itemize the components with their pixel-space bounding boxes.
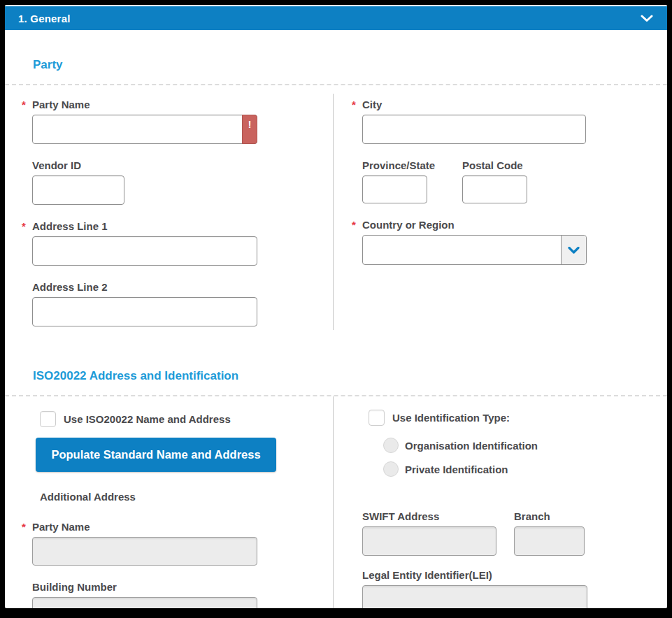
vendor-id-label-row: Vendor ID bbox=[32, 159, 333, 173]
branch-input bbox=[514, 526, 585, 556]
error-exclamation: ! bbox=[248, 119, 252, 130]
party-right-column: *City Province/State Postal Code *Countr… bbox=[333, 94, 667, 330]
field-province-state: Province/State bbox=[362, 159, 427, 203]
use-identification-checkbox-label: Use Identification Type: bbox=[392, 412, 510, 424]
iso-left-column: Use ISO20022 Name and Address Populate S… bbox=[5, 396, 333, 608]
swift-branch-row: SWIFT Address Branch bbox=[362, 510, 667, 556]
field-vendor-id: Vendor ID bbox=[32, 159, 333, 205]
private-identification-radio-label: Private Identification bbox=[405, 464, 508, 475]
country-label-row: *Country or Region bbox=[362, 218, 667, 232]
party-columns: *Party Name ! Vendor ID *Address Line 1 … bbox=[5, 85, 667, 341]
additional-address-heading: Additional Address bbox=[40, 491, 333, 503]
field-address-line-2: Address Line 2 bbox=[32, 280, 333, 326]
use-identification-checkbox[interactable] bbox=[369, 410, 385, 426]
use-iso-checkbox-row: Use ISO20022 Name and Address bbox=[40, 410, 333, 427]
address-line-2-label: Address Line 2 bbox=[32, 281, 108, 293]
party-name-input[interactable] bbox=[32, 115, 257, 144]
city-label-row: *City bbox=[362, 98, 667, 112]
building-number-label-row: Building Number bbox=[32, 580, 333, 594]
error-indicator-icon: ! bbox=[242, 115, 257, 144]
field-party-name: *Party Name ! bbox=[32, 98, 333, 144]
lei-input bbox=[362, 585, 587, 608]
province-state-label: Province/State bbox=[362, 159, 435, 171]
lei-label-row: Legal Entity Identifier(LEI) bbox=[362, 568, 667, 582]
radio-button-icon bbox=[383, 461, 399, 477]
field-building-number: Building Number bbox=[32, 580, 333, 608]
swift-address-label-row: SWIFT Address bbox=[362, 510, 496, 524]
section-header-general[interactable]: 1. General bbox=[5, 6, 667, 30]
field-swift-address: SWIFT Address bbox=[362, 510, 496, 556]
section-title: 1. General bbox=[18, 13, 71, 24]
iso-section-head: ISO20022 Address and Identification bbox=[5, 341, 667, 383]
country-label: Country or Region bbox=[362, 219, 455, 231]
city-label: City bbox=[362, 99, 382, 110]
party-name-label: Party Name bbox=[32, 99, 90, 110]
field-country-or-region: *Country or Region bbox=[362, 218, 667, 265]
country-select[interactable] bbox=[362, 235, 587, 265]
iso-heading: ISO20022 Address and Identification bbox=[33, 369, 667, 383]
party-name-input-wrap: ! bbox=[32, 115, 257, 144]
province-state-label-row: Province/State bbox=[362, 159, 427, 173]
party-left-column: *Party Name ! Vendor ID *Address Line 1 … bbox=[5, 85, 333, 341]
postal-code-label: Postal Code bbox=[462, 159, 523, 171]
general-panel: 1. General Party *Party Name ! Vendor ID… bbox=[5, 5, 667, 608]
required-asterisk: * bbox=[352, 98, 362, 112]
party-name-label-row: *Party Name bbox=[32, 98, 333, 112]
required-asterisk: * bbox=[22, 520, 32, 534]
populate-standard-name-address-button[interactable]: Populate Standard Name and Address bbox=[36, 438, 276, 472]
lei-label: Legal Entity Identifier(LEI) bbox=[362, 569, 492, 581]
iso-columns: Use ISO20022 Name and Address Populate S… bbox=[5, 396, 667, 608]
iso-party-name-label: Party Name bbox=[32, 521, 90, 533]
vendor-id-label: Vendor ID bbox=[32, 159, 81, 171]
province-state-input[interactable] bbox=[362, 175, 427, 203]
province-postal-row: Province/State Postal Code bbox=[362, 159, 667, 203]
field-lei: Legal Entity Identifier(LEI) bbox=[362, 568, 667, 608]
postal-code-input[interactable] bbox=[462, 175, 527, 203]
building-number-input bbox=[32, 597, 257, 608]
party-heading: Party bbox=[33, 58, 667, 72]
field-city: *City bbox=[362, 98, 667, 144]
use-iso-checkbox-label: Use ISO20022 Name and Address bbox=[64, 413, 231, 425]
field-branch: Branch bbox=[514, 510, 585, 556]
required-asterisk: * bbox=[352, 218, 362, 232]
party-section-head: Party bbox=[5, 30, 667, 72]
city-input[interactable] bbox=[362, 115, 586, 144]
identification-radio-group: Organisation Identification Private Iden… bbox=[383, 437, 667, 477]
iso-right-column: Use Identification Type: Organisation Id… bbox=[333, 396, 667, 608]
radio-button-icon bbox=[383, 438, 399, 453]
branch-label: Branch bbox=[514, 510, 550, 522]
select-chevron-down-icon[interactable] bbox=[561, 236, 586, 264]
field-iso-party-name: *Party Name bbox=[32, 520, 333, 566]
organisation-identification-radio-label: Organisation Identification bbox=[405, 440, 538, 452]
address-line-2-label-row: Address Line 2 bbox=[32, 280, 333, 294]
address-line-2-input[interactable] bbox=[32, 297, 257, 326]
address-line-1-input[interactable] bbox=[32, 236, 257, 266]
swift-address-input bbox=[362, 526, 496, 556]
address-line-1-label: Address Line 1 bbox=[32, 220, 108, 232]
vendor-id-input[interactable] bbox=[32, 175, 124, 205]
use-iso-checkbox[interactable] bbox=[40, 411, 56, 427]
required-asterisk: * bbox=[22, 220, 32, 233]
field-address-line-1: *Address Line 1 bbox=[32, 220, 333, 266]
branch-label-row: Branch bbox=[514, 510, 585, 524]
postal-code-label-row: Postal Code bbox=[462, 159, 527, 173]
iso-party-name-input bbox=[32, 537, 257, 566]
field-postal-code: Postal Code bbox=[462, 159, 527, 203]
iso-party-name-label-row: *Party Name bbox=[32, 520, 333, 534]
chevron-down-icon[interactable] bbox=[641, 15, 653, 22]
required-asterisk: * bbox=[22, 98, 32, 112]
use-identification-checkbox-row: Use Identification Type: bbox=[369, 409, 667, 426]
address-line-1-label-row: *Address Line 1 bbox=[32, 220, 333, 233]
radio-row-organisation-identification: Organisation Identification bbox=[383, 437, 667, 454]
radio-row-private-identification: Private Identification bbox=[383, 461, 667, 477]
building-number-label: Building Number bbox=[32, 581, 117, 593]
swift-address-label: SWIFT Address bbox=[362, 510, 439, 522]
